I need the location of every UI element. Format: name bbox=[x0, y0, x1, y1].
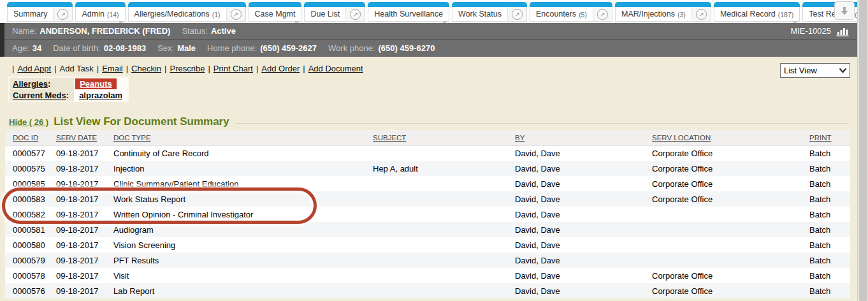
column-header-by[interactable]: BY bbox=[515, 130, 652, 145]
bar-chart-icon[interactable] bbox=[836, 26, 850, 36]
view-select-value: List View bbox=[784, 66, 817, 75]
separator: | bbox=[256, 64, 258, 73]
table-row[interactable]: 000058309-18-2017Work Status ReportDavid… bbox=[5, 191, 850, 207]
tab-encounters[interactable]: Encounters(5)↗ bbox=[530, 2, 612, 22]
popout-segment[interactable]: ↗ bbox=[345, 7, 365, 21]
cell bbox=[373, 207, 515, 222]
cell: 0000576 bbox=[5, 283, 56, 298]
tab-health-surveillance[interactable]: Health Surveillance bbox=[368, 2, 449, 22]
tab-label: Encounters bbox=[536, 10, 576, 18]
dob-label: Date of birth: bbox=[53, 43, 100, 53]
hide-link[interactable]: Hide ( 26 ) bbox=[9, 117, 48, 127]
cell bbox=[652, 207, 809, 222]
cell: 0000583 bbox=[5, 191, 56, 207]
vertical-scrollbar[interactable] bbox=[857, 0, 868, 301]
column-header-print[interactable]: PRINT bbox=[809, 130, 850, 145]
column-header-serv-location[interactable]: SERV LOCATION bbox=[652, 130, 809, 145]
cell: Batch bbox=[809, 237, 850, 253]
cell: Vision Screening bbox=[113, 237, 373, 253]
cell: Written Opinion - Criminal Investigator bbox=[113, 207, 373, 222]
action-print-chart[interactable]: Print Chart bbox=[213, 64, 253, 73]
table-row[interactable]: 000057709-18-2017Continuity of Care Reco… bbox=[5, 145, 850, 161]
table-row[interactable]: 000058209-18-2017Written Opinion - Crimi… bbox=[5, 207, 850, 222]
view-select[interactable]: List View bbox=[780, 63, 850, 78]
cell: Work Status Report bbox=[113, 191, 373, 207]
tab-accent-bar bbox=[304, 2, 365, 7]
table-row[interactable]: 000057509-18-2017InjectionHep A, adultDa… bbox=[5, 161, 850, 176]
tab-allergies-medications[interactable]: Allergies/Medications(1)↗ bbox=[128, 2, 246, 22]
table-row[interactable]: 000058109-18-2017AudiogramDavid, DaveBat… bbox=[5, 222, 850, 237]
sex-label: Sex: bbox=[157, 43, 174, 53]
scrollbar-thumb[interactable] bbox=[859, 0, 867, 301]
table-row[interactable]: 000057909-18-2017PFT ResultsDavid, DaveB… bbox=[5, 253, 850, 268]
popout-segment[interactable]: ↗ bbox=[507, 7, 526, 21]
tab-mar-injections[interactable]: MAR/Injections(3)↗ bbox=[615, 2, 711, 22]
tab-work-status[interactable]: Work Status↗ bbox=[452, 2, 527, 22]
column-header-subject[interactable]: SUBJECT bbox=[373, 130, 515, 145]
action-checkin[interactable]: Checkin bbox=[131, 64, 161, 73]
cell bbox=[373, 222, 515, 237]
popout-icon: ↗ bbox=[57, 9, 68, 20]
cell bbox=[652, 222, 809, 237]
patient-age: 34 bbox=[33, 43, 41, 53]
cell: David, Dave bbox=[515, 253, 652, 268]
cell: Corporate Office bbox=[652, 268, 809, 283]
popout-segment[interactable]: ↗ bbox=[593, 7, 612, 21]
tab-due-list[interactable]: Due List↗ bbox=[304, 2, 365, 22]
tab-medical-record[interactable]: Medical Record(187) bbox=[714, 2, 800, 22]
cell: PFT Results bbox=[113, 253, 373, 268]
medication-link[interactable]: alprazolam bbox=[75, 91, 126, 100]
allergy-chip[interactable]: Peanuts bbox=[75, 78, 117, 89]
table-row[interactable]: 000057809-18-2017VisitDavid, DaveCorpora… bbox=[5, 268, 850, 283]
allergies-value-cell: Peanuts bbox=[74, 77, 128, 89]
column-header-doc-type[interactable]: DOC TYPE bbox=[113, 130, 373, 145]
tab-admin[interactable]: Admin(14) bbox=[75, 2, 125, 22]
table-row[interactable]: 000057609-18-2017Lab ReportDavid, DaveCo… bbox=[5, 283, 850, 298]
cell: Corporate Office bbox=[652, 283, 809, 298]
popout-segment[interactable]: ↗ bbox=[53, 7, 72, 21]
column-header-serv-date[interactable]: SERV DATE bbox=[56, 130, 113, 145]
patient-name: ANDERSON, FREDERICK (FRED) bbox=[40, 26, 170, 36]
cell: Batch bbox=[809, 268, 850, 283]
action-add-order[interactable]: Add Order bbox=[261, 64, 300, 73]
action-email[interactable]: Email bbox=[102, 64, 123, 73]
popout-segment[interactable]: ↗ bbox=[691, 7, 711, 21]
popout-icon: ↗ bbox=[597, 9, 608, 20]
tab-label: Due List bbox=[310, 10, 340, 18]
column-header-doc-id[interactable]: DOC ID bbox=[5, 130, 56, 145]
popout-icon: ↗ bbox=[696, 9, 707, 20]
action-add-appt[interactable]: Add Appt bbox=[17, 64, 51, 73]
cell bbox=[652, 253, 809, 268]
table-body: 000057709-18-2017Continuity of Care Reco… bbox=[5, 145, 850, 298]
action-links: |Add Appt|Add Task|Email|Checkin|Prescri… bbox=[9, 64, 363, 73]
chart-id: MIE-10025 bbox=[790, 26, 831, 36]
action-add-document[interactable]: Add Document bbox=[308, 64, 363, 73]
tab-count-badge: (5) bbox=[579, 11, 587, 18]
cell: Injection bbox=[113, 161, 373, 176]
cell: Batch bbox=[809, 161, 850, 176]
cell: Batch bbox=[809, 145, 850, 161]
document-list-table: DOC IDSERV DATEDOC TYPESUBJECTBYSERV LOC… bbox=[5, 130, 850, 298]
patient-header: Name: ANDERSON, FREDERICK (FRED) Status:… bbox=[0, 23, 857, 57]
cell: 0000578 bbox=[5, 268, 56, 283]
quick-info-panel: Allergies: Peanuts Current Meds: alprazo… bbox=[8, 77, 129, 102]
table-row[interactable]: 000058009-18-2017Vision ScreeningDavid, … bbox=[5, 237, 850, 253]
popout-segment[interactable]: ↗ bbox=[226, 7, 245, 21]
tab-accent-bar bbox=[530, 2, 612, 7]
colon: : bbox=[66, 91, 69, 100]
colon: : bbox=[48, 79, 50, 89]
table-row[interactable]: 000058509-18-2017Clinic Summary/Patient … bbox=[5, 176, 850, 191]
status-label: Status: bbox=[182, 26, 207, 36]
action-add-task[interactable]: Add Task bbox=[60, 64, 94, 73]
current-meds-link[interactable]: Current Meds bbox=[13, 91, 66, 100]
cell bbox=[373, 145, 515, 161]
separator: | bbox=[54, 64, 56, 73]
tab-case-mgmt[interactable]: Case Mgmt bbox=[249, 2, 302, 22]
tab-accent-bar bbox=[368, 2, 449, 7]
allergies-link[interactable]: Allergies bbox=[13, 79, 48, 89]
tab-label: Summary bbox=[13, 10, 47, 18]
tab-summary[interactable]: Summary↗ bbox=[7, 2, 73, 22]
action-prescribe[interactable]: Prescribe bbox=[170, 64, 205, 73]
tab-overflow-button[interactable] bbox=[834, 1, 855, 20]
patient-work-phone: (650) 459-6270 bbox=[379, 43, 435, 53]
